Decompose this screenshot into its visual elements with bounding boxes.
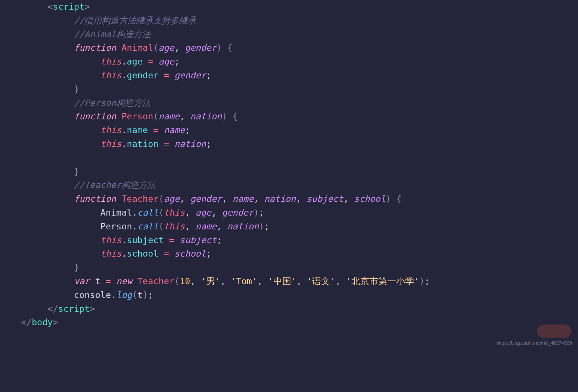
code-line: //Animal构造方法: [0, 29, 150, 40]
code-line: function Teacher(age, gender, name, nati…: [0, 194, 401, 204]
code-token: 语文: [312, 276, 330, 286]
code-token: //Person构造方法: [74, 98, 150, 108]
code-token: this: [100, 125, 122, 135]
code-token: school: [127, 248, 159, 259]
code-token: gender: [127, 70, 159, 81]
code-token: ;: [185, 125, 190, 135]
code-token: ,: [257, 276, 268, 286]
code-token: .: [111, 290, 116, 300]
code-token: }: [74, 84, 79, 94]
code-token: ;: [174, 56, 180, 67]
code-token: (: [158, 221, 164, 232]
code-token: [158, 248, 164, 259]
code-token: .: [121, 56, 127, 67]
code-token: nation: [227, 221, 259, 232]
code-token: //借用构造方法继承支持多继承: [74, 15, 196, 26]
code-token: [111, 276, 116, 286]
code-token: age: [159, 56, 174, 67]
code-token: </: [47, 304, 58, 314]
code-token: school: [174, 248, 206, 259]
code-token: ,: [335, 276, 346, 286]
code-token: [174, 235, 180, 245]
code-token: ;: [264, 221, 269, 232]
code-token: [169, 139, 174, 149]
code-token: ): [419, 276, 425, 286]
code-token: gender: [190, 194, 222, 204]
code-token: name: [196, 221, 217, 232]
code-token: ;: [259, 207, 264, 218]
code-token: this: [100, 235, 122, 245]
code-token: this: [100, 56, 122, 67]
code-token: ': [307, 276, 312, 286]
code-line: //Teacher构造方法: [0, 180, 156, 190]
code-token: t: [137, 290, 143, 300]
code-token: <: [47, 1, 53, 12]
code-token: new: [116, 276, 132, 286]
code-token: ,: [211, 207, 222, 218]
code-token: this: [164, 207, 185, 218]
code-token: ,: [254, 194, 264, 204]
code-token: ': [252, 276, 257, 286]
code-token: [132, 276, 137, 286]
code-line: <script>: [0, 1, 90, 12]
code-line: this.nation = nation;: [0, 139, 211, 149]
code-line: </body>: [0, 317, 58, 327]
code-token: this: [100, 248, 122, 259]
code-token: =: [164, 139, 169, 149]
code-token: gender: [185, 43, 217, 53]
code-token: (: [153, 43, 158, 53]
code-token: [169, 70, 174, 81]
code-token: ;: [206, 139, 211, 149]
code-token: ): [386, 194, 391, 204]
code-token: ;: [206, 70, 211, 81]
code-token: .: [121, 70, 127, 81]
code-token: [158, 139, 164, 149]
code-token: subject: [127, 235, 164, 245]
code-token: [153, 56, 158, 67]
code-token: .: [121, 248, 127, 259]
code-token: Person: [121, 111, 153, 122]
code-token: =: [164, 248, 169, 259]
code-line: }: [0, 166, 79, 177]
code-token: console: [74, 290, 111, 300]
code-token: .: [121, 125, 127, 135]
code-token: [116, 111, 121, 122]
code-token: ): [217, 43, 222, 53]
code-token: ;: [217, 235, 222, 245]
code-token: (: [158, 194, 164, 204]
code-token: ': [291, 276, 296, 286]
code-token: function: [74, 111, 116, 122]
code-token: ,: [185, 207, 195, 218]
code-token: nation: [174, 139, 206, 149]
code-token: name: [127, 125, 148, 135]
code-token: ,: [180, 194, 190, 204]
code-line: this.school = school;: [0, 248, 211, 259]
code-token: (: [158, 207, 164, 218]
code-token: ,: [296, 276, 307, 286]
code-token: ): [259, 221, 264, 232]
code-token: ,: [222, 194, 232, 204]
code-line: }: [0, 84, 79, 94]
code-token: =: [106, 276, 111, 286]
code-token: script: [53, 1, 85, 12]
code-token: name: [158, 111, 180, 122]
code-token: function: [74, 194, 116, 204]
code-token: ,: [180, 111, 190, 122]
code-line: Person.call(this, name, nation);: [0, 221, 270, 232]
code-line: //借用构造方法继承支持多继承: [0, 15, 196, 26]
code-token: ,: [174, 43, 185, 53]
code-token: age: [158, 43, 174, 53]
code-token: {: [396, 194, 401, 204]
code-token: name: [164, 125, 185, 135]
code-token: .: [132, 207, 137, 218]
code-token: }: [74, 262, 79, 273]
code-token: [158, 125, 164, 135]
code-token: ,: [344, 194, 354, 204]
code-token: ': [215, 276, 220, 286]
code-token: age: [127, 56, 143, 67]
code-token: nation: [127, 139, 159, 149]
code-token: ,: [217, 221, 227, 232]
code-token: subject: [180, 235, 217, 245]
code-line: this.subject = subject;: [0, 235, 222, 245]
code-line: </script>: [0, 304, 95, 314]
